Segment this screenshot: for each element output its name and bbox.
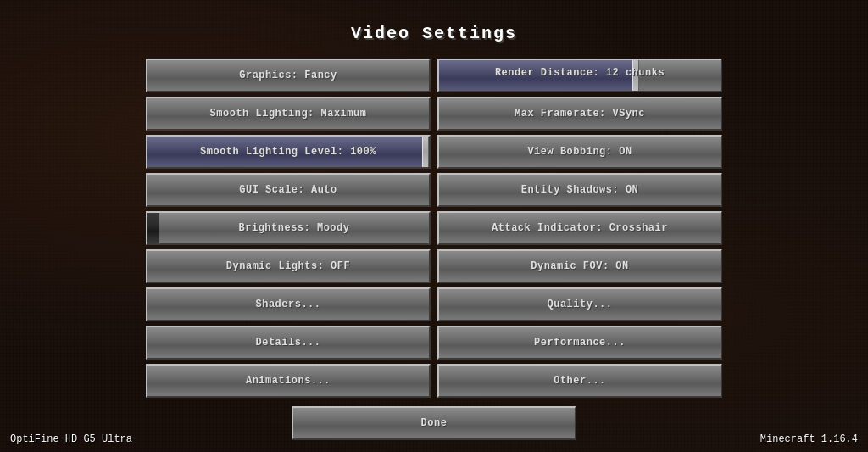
- performance-button[interactable]: Performance...: [437, 326, 722, 360]
- dynamic-lights-button[interactable]: Dynamic Lights: OFF: [146, 249, 431, 283]
- attack-indicator-button[interactable]: Attack Indicator: Crosshair: [437, 211, 722, 245]
- gui-scale-button[interactable]: GUI Scale: Auto: [146, 173, 431, 207]
- footer-optifine: OptiFine HD G5 Ultra: [10, 433, 132, 445]
- max-framerate-button[interactable]: Max Framerate: VSync: [437, 97, 722, 131]
- brightness-button[interactable]: Brightness: Moody: [146, 211, 431, 245]
- smooth-lighting-level-slider[interactable]: Smooth Lighting Level: 100%: [146, 135, 431, 169]
- footer-version: Minecraft 1.16.4: [760, 433, 858, 445]
- quality-button[interactable]: Quality...: [437, 287, 722, 321]
- shaders-button[interactable]: Shaders...: [146, 287, 431, 321]
- graphics-button[interactable]: Graphics: Fancy: [146, 59, 431, 92]
- settings-grid: Graphics: Fancy Render Distance: 12 chun…: [146, 59, 722, 398]
- entity-shadows-button[interactable]: Entity Shadows: ON: [437, 173, 722, 207]
- done-button[interactable]: Done: [292, 406, 576, 440]
- done-row: Done: [146, 406, 722, 440]
- details-button[interactable]: Details...: [146, 326, 431, 360]
- brightness-dark-part: [147, 213, 159, 243]
- render-distance-slider[interactable]: Render Distance: 12 chunks: [437, 59, 722, 92]
- view-bobbing-button[interactable]: View Bobbing: ON: [437, 135, 722, 169]
- main-container: Video Settings Graphics: Fancy Render Di…: [0, 0, 868, 452]
- smooth-lighting-button[interactable]: Smooth Lighting: Maximum: [146, 97, 431, 131]
- other-button[interactable]: Other...: [437, 364, 722, 398]
- animations-button[interactable]: Animations...: [146, 364, 431, 398]
- dynamic-fov-button[interactable]: Dynamic FOV: ON: [437, 249, 722, 283]
- page-title: Video Settings: [351, 24, 517, 43]
